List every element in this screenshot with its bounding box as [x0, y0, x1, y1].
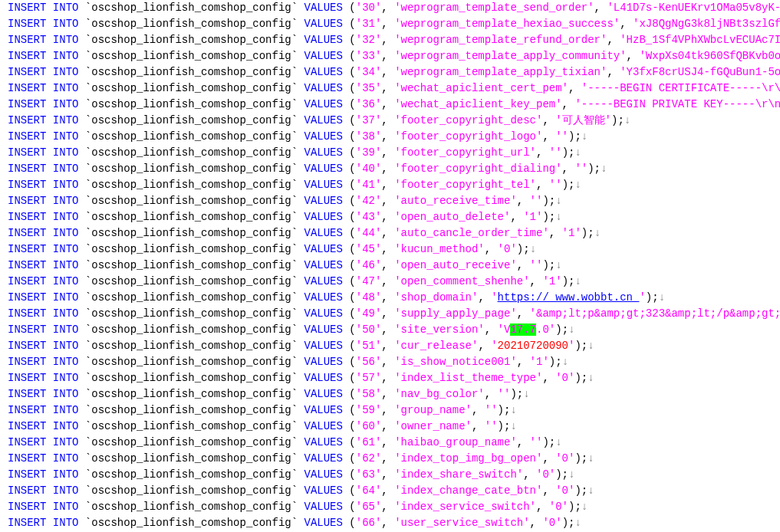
code-line: INSERT INTO `oscshop_lionfish_comshop_co… — [8, 451, 780, 467]
code-line: INSERT INTO `oscshop_lionfish_comshop_co… — [8, 145, 780, 161]
code-line: INSERT INTO `oscshop_lionfish_comshop_co… — [8, 64, 780, 80]
code-line: INSERT INTO `oscshop_lionfish_comshop_co… — [8, 370, 780, 386]
sql-code-block: INSERT INTO `oscshop_lionfish_comshop_co… — [0, 0, 780, 532]
code-line: INSERT INTO `oscshop_lionfish_comshop_co… — [8, 0, 780, 16]
code-line: INSERT INTO `oscshop_lionfish_comshop_co… — [8, 225, 780, 241]
code-line: INSERT INTO `oscshop_lionfish_comshop_co… — [8, 338, 780, 354]
code-line: INSERT INTO `oscshop_lionfish_comshop_co… — [8, 290, 780, 306]
code-line: INSERT INTO `oscshop_lionfish_comshop_co… — [8, 32, 780, 48]
code-line: INSERT INTO `oscshop_lionfish_comshop_co… — [8, 306, 780, 322]
code-line: INSERT INTO `oscshop_lionfish_comshop_co… — [8, 419, 780, 435]
code-line: INSERT INTO `oscshop_lionfish_comshop_co… — [8, 515, 780, 531]
code-line: INSERT INTO `oscshop_lionfish_comshop_co… — [8, 16, 780, 32]
code-line: INSERT INTO `oscshop_lionfish_comshop_co… — [8, 402, 780, 419]
code-line: INSERT INTO `oscshop_lionfish_comshop_co… — [8, 48, 780, 64]
code-line: INSERT INTO `oscshop_lionfish_comshop_co… — [8, 322, 780, 338]
code-line: INSERT INTO `oscshop_lionfish_comshop_co… — [8, 258, 780, 274]
code-line: INSERT INTO `oscshop_lionfish_comshop_co… — [8, 129, 780, 145]
code-line: INSERT INTO `oscshop_lionfish_comshop_co… — [8, 80, 780, 97]
code-line: INSERT INTO `oscshop_lionfish_comshop_co… — [8, 97, 780, 113]
code-line: INSERT INTO `oscshop_lionfish_comshop_co… — [8, 177, 780, 193]
code-line: INSERT INTO `oscshop_lionfish_comshop_co… — [8, 483, 780, 499]
code-line: INSERT INTO `oscshop_lionfish_comshop_co… — [8, 241, 780, 258]
code-line: INSERT INTO `oscshop_lionfish_comshop_co… — [8, 209, 780, 225]
code-line: INSERT INTO `oscshop_lionfish_comshop_co… — [8, 274, 780, 290]
code-line: INSERT INTO `oscshop_lionfish_comshop_co… — [8, 113, 780, 129]
code-line: INSERT INTO `oscshop_lionfish_comshop_co… — [8, 467, 780, 483]
code-line: INSERT INTO `oscshop_lionfish_comshop_co… — [8, 386, 780, 402]
code-line: INSERT INTO `oscshop_lionfish_comshop_co… — [8, 161, 780, 177]
code-line: INSERT INTO `oscshop_lionfish_comshop_co… — [8, 435, 780, 451]
code-line: INSERT INTO `oscshop_lionfish_comshop_co… — [8, 499, 780, 515]
code-line: INSERT INTO `oscshop_lionfish_comshop_co… — [8, 193, 780, 209]
code-line: INSERT INTO `oscshop_lionfish_comshop_co… — [8, 354, 780, 370]
